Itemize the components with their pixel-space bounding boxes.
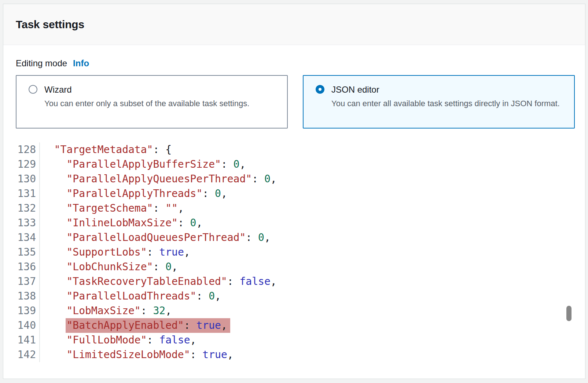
line-number: 139: [3, 304, 40, 318]
code-content: "LobChunkSize": 0,: [40, 260, 178, 274]
line-number: 131: [3, 186, 40, 201]
tile-json-editor-description: You can enter all available task setting…: [331, 97, 560, 109]
code-content: "ParallelLoadThreads": 0,: [40, 289, 221, 304]
code-content: "LobMaxSize": 32,: [40, 304, 172, 318]
line-number: 130: [3, 172, 40, 186]
editing-mode-tiles: Wizard You can enter only a subset of th…: [16, 75, 575, 129]
editing-mode-row: Editing mode Info: [16, 58, 575, 68]
line-number: 136: [3, 260, 40, 274]
code-content: "TargetMetadata": {: [40, 142, 172, 157]
code-content: "FullLobMode": false,: [40, 333, 196, 347]
code-content: "ParallelApplyBufferSize": 0,: [40, 157, 246, 172]
code-content: "TargetSchema": "",: [40, 201, 184, 216]
code-line[interactable]: 133 "InlineLobMaxSize": 0,: [3, 216, 585, 230]
line-number: 129: [3, 157, 40, 172]
highlighted-token: "BatchApplyEnabled": true,: [66, 318, 230, 333]
editor-scrollbar-thumb[interactable]: [566, 306, 572, 321]
code-line[interactable]: 141 "FullLobMode": false,: [3, 333, 585, 347]
tile-wizard[interactable]: Wizard You can enter only a subset of th…: [16, 75, 288, 129]
tile-json-editor[interactable]: JSON editor You can enter all available …: [303, 75, 575, 129]
code-line[interactable]: 131 "ParallelApplyThreads": 0,: [3, 186, 585, 201]
code-line[interactable]: 130 "ParallelApplyQueuesPerThread": 0,: [3, 172, 585, 186]
line-number: 142: [3, 347, 40, 362]
code-content: "ParallelApplyThreads": 0,: [40, 186, 227, 201]
line-number: 133: [3, 216, 40, 230]
code-lines: 128 "TargetMetadata": {129 "ParallelAppl…: [3, 142, 585, 362]
tile-wizard-title: Wizard: [44, 84, 249, 96]
json-code-editor[interactable]: 128 "TargetMetadata": {129 "ParallelAppl…: [3, 142, 585, 362]
code-content: "BatchApplyEnabled": true,: [40, 318, 227, 333]
code-line[interactable]: 137 "TaskRecoveryTableEnabled": false,: [3, 274, 585, 289]
line-number: 134: [3, 230, 40, 245]
code-line[interactable]: 136 "LobChunkSize": 0,: [3, 260, 585, 274]
editing-mode-label: Editing mode: [16, 58, 67, 68]
code-line[interactable]: 142 "LimitedSizeLobMode": true,: [3, 347, 585, 362]
tile-wizard-description: You can enter only a subset of the avail…: [44, 97, 249, 109]
code-content: "LimitedSizeLobMode": true,: [40, 347, 234, 362]
radio-button-wizard-icon[interactable]: [29, 85, 37, 94]
line-number: 132: [3, 201, 40, 216]
code-line[interactable]: 132 "TargetSchema": "",: [3, 201, 585, 216]
code-line[interactable]: 134 "ParallelLoadQueuesPerThread": 0,: [3, 230, 585, 245]
panel-header: Task settings: [3, 4, 585, 45]
line-number: 128: [3, 142, 40, 157]
page-title: Task settings: [16, 18, 84, 31]
code-line[interactable]: 139 "LobMaxSize": 32,: [3, 304, 585, 318]
code-content: "TaskRecoveryTableEnabled": false,: [40, 274, 277, 289]
code-content: "ParallelApplyQueuesPerThread": 0,: [40, 172, 277, 186]
line-number: 138: [3, 289, 40, 304]
code-content: "ParallelLoadQueuesPerThread": 0,: [40, 230, 271, 245]
code-line[interactable]: 135 "SupportLobs": true,: [3, 245, 585, 260]
code-line[interactable]: 138 "ParallelLoadThreads": 0,: [3, 289, 585, 304]
line-number: 137: [3, 274, 40, 289]
code-content: "InlineLobMaxSize": 0,: [40, 216, 202, 230]
tile-json-editor-title: JSON editor: [331, 84, 560, 96]
line-number: 141: [3, 333, 40, 347]
line-number: 140: [3, 318, 40, 333]
code-line[interactable]: 129 "ParallelApplyBufferSize": 0,: [3, 157, 585, 172]
code-line[interactable]: 128 "TargetMetadata": {: [3, 142, 585, 157]
info-link[interactable]: Info: [73, 58, 89, 68]
radio-button-json-editor-icon[interactable]: [316, 85, 324, 94]
line-number: 135: [3, 245, 40, 260]
task-settings-panel: Task settings Editing mode Info Wizard Y…: [3, 4, 585, 379]
code-line[interactable]: 140 "BatchApplyEnabled": true,: [3, 318, 585, 333]
code-content: "SupportLobs": true,: [40, 245, 190, 260]
